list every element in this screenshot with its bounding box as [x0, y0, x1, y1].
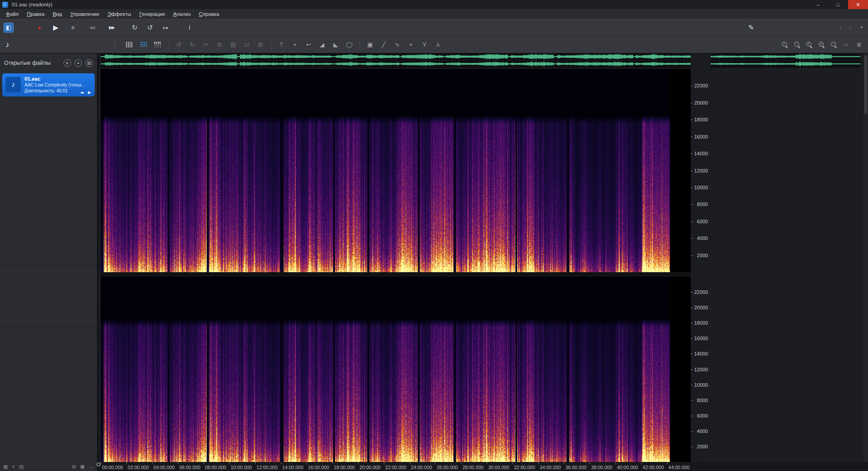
timeline-tick [487, 462, 487, 464]
trim-button[interactable]: ⊞ [257, 40, 264, 49]
combined-view-icon [154, 42, 161, 48]
timeline-label: 38:00.000 [591, 465, 612, 470]
record-button[interactable]: ● [33, 19, 46, 36]
spectrogram-channel-2[interactable] [101, 277, 691, 462]
overview-canvas[interactable] [101, 53, 860, 67]
paste-button[interactable]: ▤ [230, 40, 237, 49]
spectrogram-channel-1[interactable] [101, 69, 691, 272]
zoom-original-icon: 1 [807, 42, 810, 46]
edit-pen-icon[interactable]: ✎ [745, 19, 757, 36]
rewind-button[interactable]: ◀◀ [82, 19, 101, 36]
zoom-original-button[interactable]: 1 [806, 42, 813, 48]
frequency-tick [691, 238, 693, 239]
thumbnail-icon[interactable]: ▣ [80, 462, 85, 471]
file-loop-icon[interactable]: ◂▸ [80, 90, 84, 95]
timeline-ruler[interactable]: 00:00.00002:00.00004:00.00006:00.00008:0… [99, 462, 868, 471]
zoom-out-button[interactable]: − [794, 42, 800, 48]
goto-marker-button[interactable]: ↦ [159, 19, 172, 36]
zoom-selection-button[interactable]: ▭ [819, 42, 825, 48]
list-view-icon[interactable]: ▦ [3, 462, 8, 471]
reverse-button[interactable]: ↩ [305, 40, 312, 49]
play-button[interactable]: ▶ [49, 19, 63, 36]
menu-effects[interactable]: Эффекты [103, 10, 135, 18]
menu-edit[interactable]: Правка [23, 10, 48, 18]
crossfade-button[interactable]: × [407, 40, 414, 49]
sidebar-header: Открытые файлы ≡ + ⊞ [0, 53, 97, 72]
undo-button[interactable]: ↺ [175, 40, 182, 49]
cut-button[interactable]: ✂ [203, 40, 209, 49]
history-back-button[interactable]: ‹ [836, 19, 844, 36]
scrollbar-handle[interactable] [864, 55, 867, 114]
menu-file[interactable]: Файл [2, 10, 23, 18]
rows-view-icon[interactable]: ▤ [19, 462, 24, 471]
zoom-vertical-button[interactable]: ↕ [831, 42, 837, 48]
close-button[interactable]: ✕ [848, 0, 868, 9]
history-forward-button[interactable]: › [846, 19, 854, 36]
zoom-in-button[interactable]: + [782, 42, 788, 48]
add-file-button[interactable]: + [74, 59, 82, 67]
delete-button[interactable]: ⊔ [243, 40, 250, 49]
frequency-tick [691, 137, 693, 137]
mix-button[interactable]: + [291, 40, 298, 49]
detail-view-icon[interactable]: ≡ [12, 462, 15, 471]
frequency-tick [691, 338, 693, 339]
frequency-label: 14000 [693, 151, 708, 156]
menu-view[interactable]: Вид [48, 10, 66, 18]
timeline-tick [435, 462, 436, 464]
expand-icon[interactable]: ↔ [89, 462, 94, 471]
merge-channels-button[interactable]: Y [435, 40, 441, 49]
new-file-button[interactable]: ⊞ [85, 59, 93, 67]
view-options-button[interactable]: ≣ [856, 40, 863, 49]
timeline-label: 40:00.000 [617, 465, 638, 470]
timeline-label: 16:00.000 [308, 465, 329, 470]
loop-button[interactable]: ↻ [128, 19, 141, 36]
fade-out-button[interactable]: ◣ [332, 40, 339, 49]
file-list-row-separator [0, 246, 97, 246]
file-format: AAC Low Complexity (тольк... [24, 82, 92, 87]
region-button[interactable]: ▣ [367, 40, 373, 49]
stop-button[interactable]: ■ [66, 19, 80, 36]
vertical-scrollbar[interactable] [863, 53, 868, 462]
frequency-label: 20000 [693, 305, 708, 310]
curve-tool-button[interactable]: ∿ [394, 40, 401, 49]
timeline-label: 06:00.000 [179, 465, 200, 470]
menu-generate[interactable]: Генерация [135, 10, 169, 18]
file-item-01aac[interactable]: ♪ 01.aac AAC Low Complexity (тольк... Дл… [2, 73, 95, 96]
file-list-row-separator [0, 221, 97, 221]
file-actions: ◂▸ ▶ [80, 90, 91, 95]
info-button[interactable]: i [185, 19, 194, 36]
menu-help[interactable]: Справка [195, 10, 223, 18]
toolbar-grip[interactable]: ┆ [113, 36, 117, 53]
timeline-tick [281, 462, 281, 464]
timeline-label: 30:00.000 [488, 465, 509, 470]
file-play-icon[interactable]: ▶ [88, 90, 91, 95]
redo-button[interactable]: ↻ [189, 40, 196, 49]
waveform-overview[interactable] [101, 53, 860, 68]
duplicate-view-icon[interactable]: ⊞ [72, 462, 76, 471]
menu-control[interactable]: Управление [66, 10, 103, 18]
fade-in-button[interactable]: ◢ [319, 40, 325, 49]
frequency-tick [691, 308, 693, 308]
view-waveform-button[interactable] [126, 40, 133, 49]
level-button[interactable]: ⊤ [278, 40, 285, 49]
playhead-marker[interactable] [97, 462, 101, 466]
file-list-row-separator [0, 296, 97, 296]
split-channels-button[interactable]: Y [421, 40, 428, 49]
history-button[interactable]: ◔ [856, 19, 866, 36]
timeline-label: 04:00.000 [154, 465, 175, 470]
fast-forward-button[interactable]: ▶▶ [102, 19, 121, 36]
menu-analyze[interactable]: Анализ [169, 10, 195, 18]
maximize-button[interactable]: □ [828, 0, 848, 9]
minimize-button[interactable]: – [808, 0, 828, 9]
view-spectrogram-button[interactable] [140, 40, 147, 49]
copy-button[interactable]: ⧉ [216, 40, 223, 49]
frequency-tick [691, 447, 693, 447]
filter-files-button[interactable]: ≡ [63, 59, 71, 67]
repeat-button[interactable]: ↺ [143, 19, 157, 36]
view-combined-button[interactable] [154, 40, 161, 49]
sidebar-toggle-button[interactable]: ◧ [3, 19, 15, 36]
line-tool-button[interactable]: ╱ [380, 40, 387, 49]
link-views-button[interactable]: ∞ [843, 40, 850, 49]
timeline-label: 32:00.000 [514, 465, 535, 470]
loop-region-button[interactable]: ◯ [346, 40, 353, 49]
